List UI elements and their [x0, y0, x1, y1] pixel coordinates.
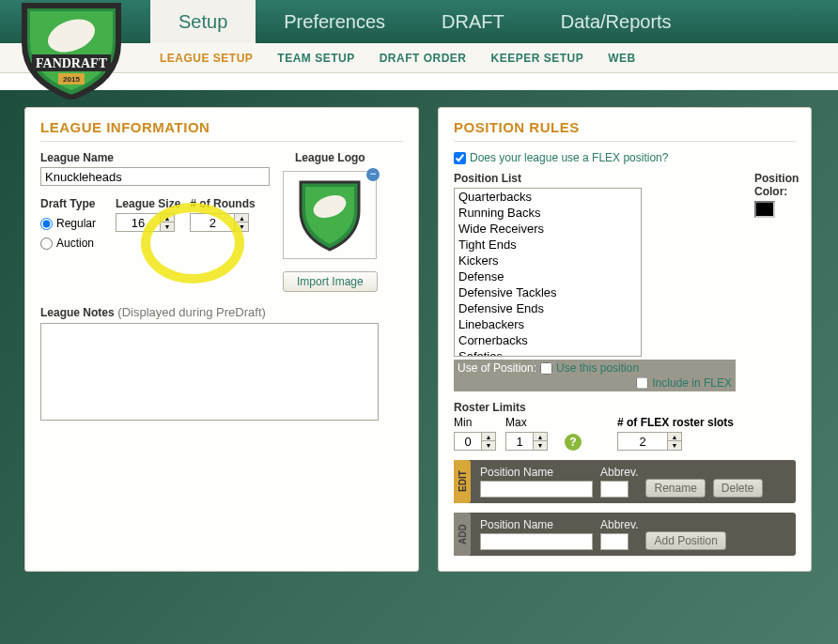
import-image-button[interactable]: Import Image	[283, 271, 378, 292]
edit-pos-name-label: Position Name	[480, 466, 593, 479]
league-size-label: League Size	[116, 197, 180, 210]
position-item[interactable]: Linebackers	[455, 316, 641, 332]
brand-text: FANDRAFT	[36, 56, 108, 70]
position-item[interactable]: Defense	[455, 268, 641, 284]
position-item[interactable]: Tight Ends	[455, 237, 641, 253]
use-this-position-label: Use this position	[556, 361, 639, 375]
position-item[interactable]: Wide Receivers	[455, 221, 641, 237]
league-notes-label: League Notes	[40, 306, 115, 319]
draft-type-auction-label: Auction	[56, 237, 94, 250]
league-information-panel: LEAGUE INFORMATION League Name Draft Typ…	[24, 107, 419, 572]
rounds-input[interactable]	[190, 213, 235, 232]
position-item[interactable]: Cornerbacks	[455, 332, 641, 348]
add-abbrev-input[interactable]	[600, 533, 628, 550]
delete-button[interactable]: Delete	[713, 479, 763, 498]
roster-min-input[interactable]	[454, 432, 482, 451]
draft-type-regular-label: Regular	[56, 217, 96, 230]
add-position-button[interactable]: Add Position	[645, 531, 725, 550]
flex-slots-input[interactable]	[617, 432, 668, 451]
svg-text:2015: 2015	[63, 75, 80, 84]
edit-abbrev-input[interactable]	[600, 481, 628, 498]
rounds-label: # of Rounds	[190, 197, 255, 210]
rename-button[interactable]: Rename	[645, 479, 705, 498]
draft-type-regular-radio[interactable]	[40, 218, 53, 230]
draft-type-label: Draft Type	[40, 197, 106, 210]
edit-abbrev-label: Abbrev.	[600, 466, 638, 479]
tab-draft[interactable]: DRAFT	[413, 0, 533, 43]
add-pos-name-label: Position Name	[480, 518, 593, 531]
position-item[interactable]: Running Backs	[455, 205, 641, 221]
position-color-label: Position Color:	[754, 172, 799, 198]
league-info-title: LEAGUE INFORMATION	[40, 119, 403, 142]
league-size-input[interactable]	[116, 213, 161, 232]
roster-min-down[interactable]: ▼	[482, 441, 495, 450]
flex-slots-down[interactable]: ▼	[668, 441, 681, 450]
min-label: Min	[454, 416, 496, 429]
league-notes-textarea[interactable]	[40, 323, 379, 421]
tab-preferences[interactable]: Preferences	[256, 0, 413, 43]
position-rules-panel: POSITION RULES Does your league use a FL…	[438, 107, 812, 572]
edit-tab-label: EDIT	[454, 460, 471, 503]
subnav-league-setup[interactable]: LEAGUE SETUP	[160, 52, 253, 65]
subnav-team-setup[interactable]: TEAM SETUP	[277, 52, 354, 65]
league-name-input[interactable]	[40, 167, 270, 186]
position-item[interactable]: Safeties	[455, 348, 641, 357]
roster-limits-label: Roster Limits	[454, 401, 548, 414]
draft-type-auction-radio[interactable]	[40, 238, 53, 250]
tab-setup[interactable]: Setup	[150, 0, 256, 43]
include-in-flex-label: Include in FLEX	[652, 376, 732, 390]
flex-question-checkbox[interactable]	[454, 152, 466, 164]
subnav-draft-order[interactable]: DRAFT ORDER	[380, 52, 467, 65]
flex-slots-up[interactable]: ▲	[668, 433, 681, 441]
max-label: Max	[505, 416, 548, 429]
league-size-up[interactable]: ▲	[161, 214, 174, 222]
subnav-web[interactable]: WEB	[608, 52, 636, 65]
use-this-position-checkbox[interactable]	[540, 362, 552, 375]
league-name-label: League Name	[40, 151, 270, 164]
edit-pos-name-input[interactable]	[480, 481, 593, 498]
roster-max-up[interactable]: ▲	[534, 433, 547, 441]
rounds-up[interactable]: ▲	[235, 214, 248, 222]
position-list-label: Position List	[454, 172, 736, 185]
help-icon[interactable]: ?	[565, 434, 582, 451]
include-in-flex-checkbox[interactable]	[636, 376, 648, 390]
roster-max-input[interactable]	[505, 432, 534, 451]
league-logo-label: League Logo	[283, 151, 378, 164]
league-logo-preview: −	[283, 171, 377, 259]
add-tab-label: ADD	[454, 513, 471, 556]
tab-data-reports[interactable]: Data/Reports	[533, 0, 700, 43]
roster-min-up[interactable]: ▲	[482, 433, 495, 441]
edit-position-box: EDIT Position Name Abbrev. Rename Delete	[454, 460, 796, 503]
app-logo: FANDRAFT 2015	[15, 0, 147, 109]
rounds-down[interactable]: ▼	[235, 222, 248, 231]
position-rules-title: POSITION RULES	[454, 119, 796, 142]
add-pos-name-input[interactable]	[480, 533, 593, 550]
flex-slots-label: # of FLEX roster slots	[617, 416, 734, 429]
position-color-picker[interactable]	[754, 201, 775, 218]
remove-logo-icon[interactable]: −	[366, 168, 380, 181]
flex-question-label: Does your league use a FLEX position?	[470, 151, 668, 164]
add-abbrev-label: Abbrev.	[600, 518, 638, 531]
roster-max-down[interactable]: ▼	[534, 441, 547, 450]
subnav-keeper-setup[interactable]: KEEPER SETUP	[491, 52, 584, 65]
position-item[interactable]: Quarterbacks	[455, 189, 641, 205]
position-item[interactable]: Defensive Ends	[455, 300, 641, 316]
position-item[interactable]: Defensive Tackles	[455, 284, 641, 300]
add-position-box: ADD Position Name Abbrev. Add Position	[454, 513, 796, 556]
use-of-position-label: Use of Position:	[458, 361, 536, 375]
league-notes-hint: (Displayed during PreDraft)	[117, 305, 266, 319]
position-list[interactable]: QuarterbacksRunning BacksWide ReceiversT…	[454, 188, 642, 357]
league-size-down[interactable]: ▼	[161, 222, 174, 231]
position-item[interactable]: Kickers	[455, 253, 641, 268]
